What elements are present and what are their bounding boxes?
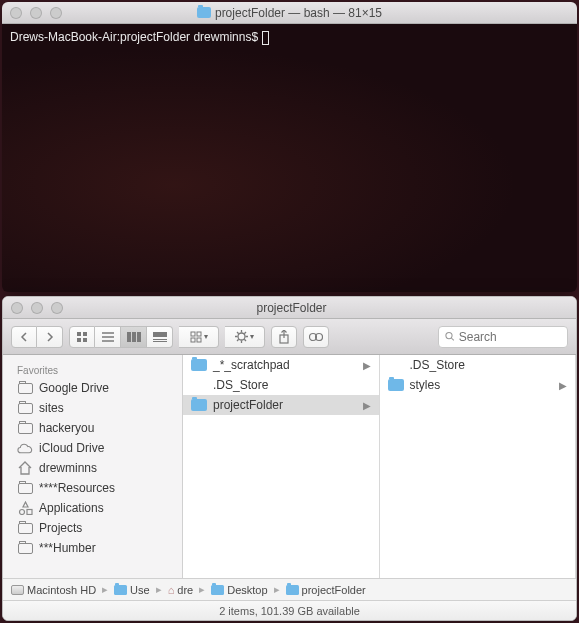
sidebar-item-hackeryou[interactable]: hackeryou [3, 418, 182, 438]
svg-rect-16 [197, 338, 201, 342]
search-box[interactable] [438, 326, 568, 348]
hdd-icon [11, 585, 24, 595]
svg-line-31 [451, 338, 453, 340]
back-button[interactable] [11, 326, 37, 348]
file-item[interactable]: _*_scratchpad▶ [183, 355, 379, 375]
file-item[interactable]: styles▶ [380, 375, 576, 395]
finder-window: projectFolder ▾ ▾ Favorites Google D [2, 296, 577, 621]
apps-icon [17, 502, 33, 515]
svg-rect-10 [153, 332, 167, 337]
path-label: Desktop [227, 584, 267, 596]
svg-rect-13 [191, 332, 195, 336]
chevron-right-icon: ▶ [559, 380, 567, 391]
svg-rect-2 [77, 338, 81, 342]
pathbar: Macintosh HD▸Use▸⌂dre▸Desktop▸projectFol… [3, 578, 576, 600]
file-label: .DS_Store [213, 378, 268, 392]
sidebar-item-label: sites [39, 401, 64, 415]
svg-rect-14 [197, 332, 201, 336]
svg-line-22 [237, 332, 239, 334]
file-item[interactable]: .DS_Store [183, 375, 379, 395]
terminal-window: projectFolder — bash — 81×15 Drews-MacBo… [2, 2, 577, 292]
search-input[interactable] [459, 330, 561, 344]
path-segment[interactable]: Macintosh HD [11, 584, 96, 596]
sidebar-item-label: iCloud Drive [39, 441, 104, 455]
action-group: ▾ [225, 326, 265, 348]
path-segment[interactable]: Desktop [211, 584, 267, 596]
sidebar-item-label: hackeryou [39, 421, 94, 435]
column-view: _*_scratchpad▶.DS_StoreprojectFolder▶.DS… [183, 355, 576, 578]
sidebar-header: Favorites [3, 361, 182, 378]
folder-icon [197, 7, 211, 18]
finder-body: Favorites Google DrivesiteshackeryouiClo… [3, 355, 576, 578]
folder-icon [211, 585, 224, 595]
folder-icon [17, 382, 33, 395]
action-button[interactable]: ▾ [225, 326, 265, 348]
finder-title-text: projectFolder [256, 301, 326, 315]
list-view-button[interactable] [95, 326, 121, 348]
view-buttons [69, 326, 173, 348]
svg-rect-15 [191, 338, 195, 342]
svg-rect-0 [77, 332, 81, 336]
folder-icon [286, 585, 299, 595]
chevron-right-icon: ▶ [363, 360, 371, 371]
sidebar-item--resources[interactable]: ****Resources [3, 478, 182, 498]
column-view-button[interactable] [121, 326, 147, 348]
forward-button[interactable] [37, 326, 63, 348]
sidebar-item-applications[interactable]: Applications [3, 498, 182, 518]
sidebar-item-label: ***Humber [39, 541, 96, 555]
statusbar: 2 items, 101.39 GB available [3, 600, 576, 620]
chevron-right-icon: ▸ [197, 583, 207, 596]
path-label: dre [177, 584, 193, 596]
terminal-title: projectFolder — bash — 81×15 [2, 6, 577, 20]
file-label: projectFolder [213, 398, 283, 412]
sidebar-item-sites[interactable]: sites [3, 398, 182, 418]
sidebar-item--humber[interactable]: ***Humber [3, 538, 182, 558]
path-segment[interactable]: Use [114, 584, 150, 596]
sidebar-item-label: drewminns [39, 461, 97, 475]
icon-view-button[interactable] [69, 326, 95, 348]
finder-titlebar: projectFolder [3, 297, 576, 319]
sidebar: Favorites Google DrivesiteshackeryouiClo… [3, 355, 183, 578]
home-icon: ⌂ [168, 584, 175, 596]
cloud-icon [17, 442, 33, 455]
sidebar-item-projects[interactable]: Projects [3, 518, 182, 538]
share-button[interactable] [271, 326, 297, 348]
terminal-prompt: Drews-MacBook-Air:projectFolder drewminn… [10, 30, 258, 44]
svg-line-25 [237, 339, 239, 341]
svg-point-32 [19, 510, 24, 515]
home-icon [17, 462, 33, 475]
svg-rect-8 [132, 332, 136, 342]
file-item[interactable]: .DS_Store [380, 355, 576, 375]
arrange-group: ▾ [179, 326, 219, 348]
folder-icon [191, 399, 207, 411]
svg-point-30 [446, 333, 452, 339]
tags-button[interactable] [303, 326, 329, 348]
path-segment[interactable]: ⌂dre [168, 584, 194, 596]
arrange-button[interactable]: ▾ [179, 326, 219, 348]
terminal-body[interactable]: Drews-MacBook-Air:projectFolder drewminn… [2, 24, 577, 292]
folder-icon [17, 422, 33, 435]
svg-line-24 [244, 332, 246, 334]
finder-toolbar: ▾ ▾ [3, 319, 576, 355]
path-segment[interactable]: projectFolder [286, 584, 366, 596]
svg-line-23 [244, 339, 246, 341]
folder-icon [114, 585, 127, 595]
cursor-icon [262, 31, 269, 45]
path-label: Macintosh HD [27, 584, 96, 596]
column-1: .DS_Storestyles▶ [380, 355, 577, 578]
folder-icon [17, 402, 33, 415]
svg-point-17 [238, 333, 245, 340]
sidebar-item-google-drive[interactable]: Google Drive [3, 378, 182, 398]
path-label: Use [130, 584, 150, 596]
sidebar-item-label: Projects [39, 521, 82, 535]
chevron-right-icon: ▸ [100, 583, 110, 596]
coverflow-view-button[interactable] [147, 326, 173, 348]
sidebar-item-drewminns[interactable]: drewminns [3, 458, 182, 478]
sidebar-item-label: Applications [39, 501, 104, 515]
file-item[interactable]: projectFolder▶ [183, 395, 379, 415]
folder-icon [17, 542, 33, 555]
sidebar-item-icloud-drive[interactable]: iCloud Drive [3, 438, 182, 458]
sidebar-item-label: Google Drive [39, 381, 109, 395]
folder-icon [191, 359, 207, 371]
file-label: _*_scratchpad [213, 358, 290, 372]
